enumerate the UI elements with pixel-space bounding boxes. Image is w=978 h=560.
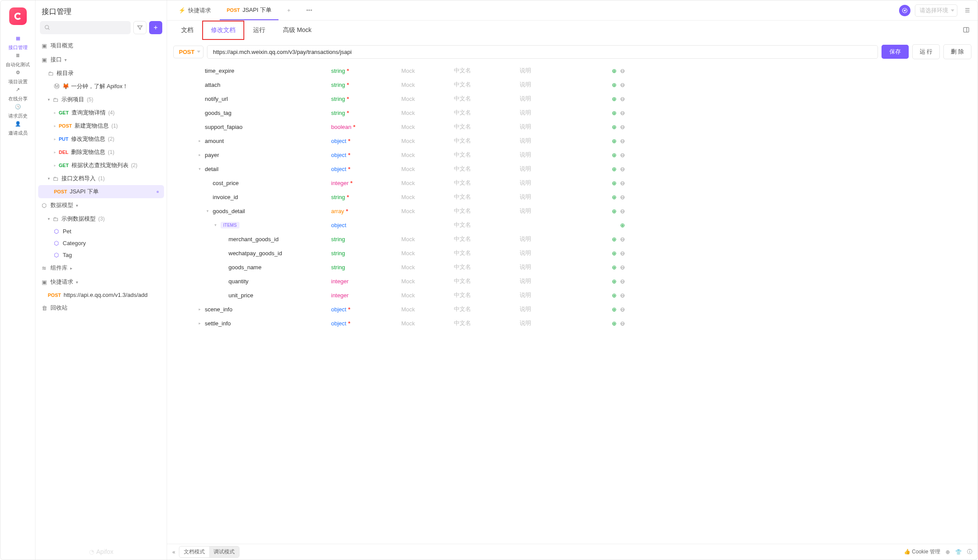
rail-item-4[interactable]: 🕓请求历史 [6, 102, 30, 119]
rail-item-0[interactable]: ▦接口管理 [6, 34, 30, 51]
add-param-icon[interactable]: ⊕ [612, 110, 617, 116]
add-param-icon[interactable]: ⊕ [612, 236, 617, 243]
filter-button[interactable] [133, 21, 146, 34]
tab-jsapi[interactable]: POSTJSAPI 下单 [220, 0, 278, 20]
import-folder[interactable]: ▾🗀接口文档导入 (1) [38, 172, 164, 185]
remove-param-icon[interactable]: ⊖ [620, 208, 625, 214]
param-row[interactable]: goods_name string Mock 中文名 说明 ⊕⊖ [173, 260, 971, 274]
param-row[interactable]: ▾ITEMS object 中文名 ⊕ [173, 218, 971, 232]
run-button[interactable]: 运 行 [912, 44, 940, 59]
add-param-icon[interactable]: ⊕ [612, 250, 617, 257]
param-row[interactable]: ▸amount object* Mock 中文名 说明 ⊕⊖ [173, 134, 971, 148]
api-item-1[interactable]: ▸POST新建宠物信息 (1) [38, 119, 164, 132]
add-param-icon[interactable]: ⊕ [612, 68, 617, 74]
model-item-2[interactable]: ⬡Tag [38, 249, 164, 261]
quick-request-item[interactable]: POSThttps://api.e.qq.com/v1.3/ads/add [38, 289, 164, 301]
param-row[interactable]: goods_tag string* Mock 中文名 说明 ⊕⊖ [173, 106, 971, 120]
rail-item-2[interactable]: ⚙项目设置 [6, 68, 30, 85]
cookie-manage[interactable]: 👍 Cookie 管理 [904, 548, 940, 556]
debug-mode[interactable]: 调试模式 [209, 546, 239, 557]
param-row[interactable]: attach string* Mock 中文名 说明 ⊕⊖ [173, 78, 971, 92]
add-param-icon[interactable]: ⊕ [612, 166, 617, 172]
doc-mode[interactable]: 文档模式 [179, 546, 209, 557]
remove-param-icon[interactable]: ⊖ [620, 138, 625, 144]
remove-param-icon[interactable]: ⊖ [620, 306, 625, 313]
footer-add-icon[interactable]: ⊕ [946, 549, 950, 555]
quickstart-item[interactable]: Ⓜ🦊 一分钟，了解 Apifox！ [38, 80, 164, 93]
model-item-0[interactable]: ⬡Pet [38, 225, 164, 237]
add-param-icon[interactable]: ⊕ [612, 96, 617, 102]
tab-quick-request[interactable]: ⚡快捷请求 [171, 0, 218, 20]
api-item-3[interactable]: ▸DEL删除宠物信息 (1) [38, 146, 164, 159]
add-button[interactable]: + [149, 21, 162, 34]
tab-add[interactable]: + [280, 0, 298, 20]
recycle-bin[interactable]: 🗑回收站 [38, 301, 164, 315]
remove-param-icon[interactable]: ⊖ [620, 96, 625, 102]
param-row[interactable]: ▸scene_info object* Mock 中文名 说明 ⊕⊖ [173, 302, 971, 316]
param-row[interactable]: unit_price integer Mock 中文名 说明 ⊕⊖ [173, 288, 971, 302]
add-param-icon[interactable]: ⊕ [612, 138, 617, 144]
panel-toggle-icon[interactable] [963, 26, 972, 35]
rail-item-3[interactable]: ↗在线分享 [6, 85, 30, 102]
example-project[interactable]: ▾🗀示例项目 (5) [38, 93, 164, 106]
param-row[interactable]: invoice_id string* Mock 中文名 说明 ⊕⊖ [173, 190, 971, 204]
remove-param-icon[interactable]: ⊖ [620, 278, 625, 285]
jsapi-item[interactable]: POSTJSAPI 下单 [38, 185, 164, 198]
remove-param-icon[interactable]: ⊖ [620, 166, 625, 172]
compass-button[interactable] [899, 5, 910, 16]
quick-request-section[interactable]: ▣快捷请求▾ [38, 275, 164, 289]
add-param-icon[interactable]: ⊕ [612, 292, 617, 299]
param-row[interactable]: ▾detail object* Mock 中文名 说明 ⊕⊖ [173, 162, 971, 176]
remove-param-icon[interactable]: ⊖ [620, 68, 625, 74]
remove-param-icon[interactable]: ⊖ [620, 82, 625, 88]
subtab-mock[interactable]: 高级 Mock [274, 21, 320, 40]
add-param-icon[interactable]: ⊕ [612, 180, 617, 186]
add-param-icon[interactable]: ⊕ [612, 82, 617, 88]
subtab-run[interactable]: 运行 [244, 21, 274, 40]
add-param-icon[interactable]: ⊕ [612, 124, 617, 130]
components-section[interactable]: ≋组件库▸ [38, 261, 164, 275]
param-row[interactable]: time_expire string* Mock 中文名 说明 ⊕⊖ [173, 64, 971, 78]
param-row[interactable]: cost_price integer* Mock 中文名 说明 ⊕⊖ [173, 176, 971, 190]
add-param-icon[interactable]: ⊕ [620, 222, 625, 228]
mode-toggle[interactable]: 文档模式 调试模式 [179, 546, 239, 558]
api-item-4[interactable]: ▸GET根据状态查找宠物列表 (2) [38, 159, 164, 172]
model-item-1[interactable]: ⬡Category [38, 237, 164, 249]
add-param-icon[interactable]: ⊕ [612, 306, 617, 313]
footer-shirt-icon[interactable]: 👕 [955, 549, 962, 555]
param-row[interactable]: ▾goods_detail array* Mock 中文名 说明 ⊕⊖ [173, 204, 971, 218]
environment-select[interactable]: 请选择环境 [915, 4, 957, 17]
remove-param-icon[interactable]: ⊖ [620, 320, 625, 327]
param-row[interactable]: notify_url string* Mock 中文名 说明 ⊕⊖ [173, 92, 971, 106]
rail-item-1[interactable]: ≣自动化测试 [6, 51, 30, 68]
add-param-icon[interactable]: ⊕ [612, 264, 617, 271]
api-item-2[interactable]: ▸PUT修改宠物信息 (2) [38, 132, 164, 146]
add-param-icon[interactable]: ⊕ [612, 194, 617, 200]
remove-param-icon[interactable]: ⊖ [620, 180, 625, 186]
param-row[interactable]: ▸payer object* Mock 中文名 说明 ⊕⊖ [173, 148, 971, 162]
add-param-icon[interactable]: ⊕ [612, 152, 617, 158]
add-param-icon[interactable]: ⊕ [612, 320, 617, 327]
example-model-folder[interactable]: ▾🗀示例数据模型 (3) [38, 212, 164, 225]
api-item-0[interactable]: ▸GET查询宠物详情 (4) [38, 106, 164, 119]
collapse-icon[interactable]: « [172, 549, 175, 555]
delete-button[interactable]: 删 除 [943, 44, 971, 59]
url-input[interactable] [207, 45, 878, 59]
subtab-edit-doc[interactable]: 修改文档 [202, 21, 244, 40]
param-row[interactable]: support_fapiao boolean* Mock 中文名 说明 ⊕⊖ [173, 120, 971, 134]
remove-param-icon[interactable]: ⊖ [620, 250, 625, 257]
remove-param-icon[interactable]: ⊖ [620, 124, 625, 130]
param-row[interactable]: wechatpay_goods_id string Mock 中文名 说明 ⊕⊖ [173, 246, 971, 260]
remove-param-icon[interactable]: ⊖ [620, 110, 625, 116]
api-root[interactable]: ▣接口▾ [38, 53, 164, 67]
subtab-doc[interactable]: 文档 [172, 21, 202, 40]
root-dir[interactable]: 🗀根目录 [38, 67, 164, 80]
remove-param-icon[interactable]: ⊖ [620, 152, 625, 158]
tab-more[interactable]: ••• [299, 0, 319, 20]
method-select[interactable]: POST [173, 46, 203, 58]
param-row[interactable]: merchant_goods_id string Mock 中文名 说明 ⊕⊖ [173, 232, 971, 246]
param-row[interactable]: ▸settle_info object* Mock 中文名 说明 ⊕⊖ [173, 316, 971, 330]
remove-param-icon[interactable]: ⊖ [620, 194, 625, 200]
add-param-icon[interactable]: ⊕ [612, 278, 617, 285]
remove-param-icon[interactable]: ⊖ [620, 292, 625, 299]
